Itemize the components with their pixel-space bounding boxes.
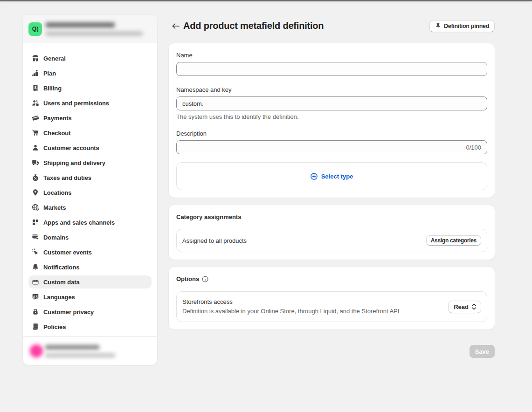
namespace-label: Namespace and key <box>176 85 487 95</box>
definition-pinned-button[interactable]: Definition pinned <box>429 20 495 32</box>
sidebar-item-label: Policies <box>43 323 66 330</box>
sidebar-item-policies[interactable]: Policies <box>28 320 152 333</box>
options-title: Options <box>176 275 199 284</box>
sidebar-item-domains[interactable]: Domains <box>28 231 152 244</box>
options-heading-row: Options <box>176 275 487 284</box>
sidebar-item-label: Notifications <box>43 264 79 271</box>
apps-grid-icon <box>32 219 39 226</box>
namespace-input[interactable] <box>182 100 481 107</box>
store-meta <box>46 20 143 38</box>
settings-nav: General Plan $ Billing Users and permiss… <box>23 43 157 336</box>
user-name-redacted <box>45 345 99 350</box>
sidebar-item-label: Languages <box>43 294 75 301</box>
cart-icon <box>32 129 39 137</box>
description-input[interactable] <box>182 144 466 151</box>
save-button[interactable]: Save <box>470 345 495 358</box>
sidebar-item-label: Users and permissions <box>43 100 109 107</box>
storefront-access-select[interactable]: Read <box>448 301 481 313</box>
sidebar-item-payments[interactable]: Payments <box>28 111 152 124</box>
sidebar-item-label: Customer events <box>43 249 92 256</box>
custom-data-icon <box>32 278 39 286</box>
sidebar-item-label: Domains <box>43 234 69 241</box>
sidebar-item-label: Customer privacy <box>43 309 94 316</box>
info-icon[interactable] <box>202 276 208 282</box>
sidebar-item-customer-events[interactable]: Customer events <box>28 246 152 259</box>
sidebar-item-billing[interactable]: $ Billing <box>28 82 152 95</box>
name-input[interactable] <box>182 66 481 73</box>
description-label: Description <box>176 129 487 138</box>
select-type-label: Select type <box>321 173 353 180</box>
storefront-access-value: Read <box>454 303 469 310</box>
sidebar-item-customer-accounts[interactable]: Customer accounts <box>28 141 152 154</box>
domains-icon <box>32 233 39 241</box>
person-icon <box>32 144 39 151</box>
sidebar-item-shipping[interactable]: Shipping and delivery <box>28 156 152 169</box>
storefronts-access-description: Definition is available in your Online S… <box>182 307 448 316</box>
sort-chevrons-icon <box>471 303 477 310</box>
namespace-help-text: The system uses this to identify the def… <box>176 112 487 122</box>
sidebar-item-custom-data[interactable]: Custom data <box>28 275 152 288</box>
store-name-redacted <box>46 22 115 27</box>
settings-layout: Q( General Plan $ Billing <box>23 15 495 365</box>
storefronts-access-title: Storefronts access <box>182 297 448 307</box>
user-meta <box>45 345 115 357</box>
category-assignments-title: Category assignments <box>176 213 487 222</box>
language-icon: A <box>32 293 39 301</box>
sidebar-item-label: Plan <box>43 70 56 77</box>
sidebar-item-markets[interactable]: $ Markets <box>28 201 152 214</box>
sidebar-item-customer-privacy[interactable]: Customer privacy <box>28 305 152 318</box>
sidebar-item-languages[interactable]: A Languages <box>28 290 152 303</box>
assigned-to-all-products-text: Assigned to all products <box>182 237 426 244</box>
options-card: Options Storefronts access Definition is… <box>169 267 495 330</box>
name-field-group: Name <box>176 51 487 76</box>
sidebar-item-label: Custom data <box>43 279 80 286</box>
svg-text:$: $ <box>37 208 38 211</box>
circle-plus-icon <box>311 173 318 180</box>
main-content: Add product metafield definition Definit… <box>169 15 495 365</box>
truck-icon <box>32 159 39 166</box>
select-type-button[interactable]: Select type <box>311 173 353 180</box>
assign-categories-button[interactable]: Assign categories <box>426 235 481 246</box>
storefronts-access-row: Storefronts access Definition is availab… <box>176 291 487 322</box>
definition-pinned-label: Definition pinned <box>444 23 489 29</box>
sidebar-item-notifications[interactable]: Notifications <box>28 261 152 274</box>
storefronts-access-text: Storefronts access Definition is availab… <box>182 297 448 316</box>
back-button[interactable] <box>171 21 180 31</box>
store-avatar-initials: Q( <box>32 26 38 32</box>
store-avatar: Q( <box>28 22 42 36</box>
payments-icon <box>32 114 39 122</box>
store-icon <box>32 55 39 62</box>
sidebar-item-general[interactable]: General <box>28 52 152 65</box>
name-label: Name <box>176 51 487 60</box>
sidebar-item-label: Markets <box>43 204 66 211</box>
category-assignments-card: Category assignments Assigned to all pro… <box>169 205 495 260</box>
sidebar-item-label: Apps and sales channels <box>43 219 115 226</box>
globe-icon: $ <box>32 204 39 211</box>
namespace-field-group: Namespace and key The system uses this t… <box>176 85 487 122</box>
sidebar-item-label: Checkout <box>43 130 70 137</box>
sidebar-item-apps[interactable]: Apps and sales channels <box>28 216 152 229</box>
sidebar-item-label: Taxes and duties <box>43 174 91 181</box>
taxes-icon <box>32 174 39 181</box>
sidebar-item-plan[interactable]: Plan <box>28 67 152 80</box>
select-type-box: Select type <box>176 162 487 190</box>
pin-icon <box>435 23 441 29</box>
category-assignment-row: Assigned to all products Assign categori… <box>176 229 487 252</box>
sidebar-item-locations[interactable]: Locations <box>28 186 152 199</box>
description-counter: 0/100 <box>466 144 481 151</box>
sidebar-item-label: Shipping and delivery <box>43 159 105 166</box>
billing-icon: $ <box>32 84 39 92</box>
sidebar-item-taxes[interactable]: Taxes and duties <box>28 171 152 184</box>
sidebar-item-checkout[interactable]: Checkout <box>28 126 152 139</box>
description-input-box: 0/100 <box>176 140 487 154</box>
user-account[interactable] <box>23 337 157 365</box>
store-switcher[interactable]: Q( <box>23 15 157 43</box>
sidebar-item-users-permissions[interactable]: Users and permissions <box>28 96 152 110</box>
user-avatar <box>30 344 43 357</box>
namespace-input-box <box>176 96 487 110</box>
lock-icon <box>32 308 39 316</box>
bell-icon <box>32 263 39 271</box>
page-title: Add product metafield definition <box>183 21 324 31</box>
sidebar-item-label: Payments <box>43 115 72 122</box>
svg-text:A: A <box>33 295 35 298</box>
